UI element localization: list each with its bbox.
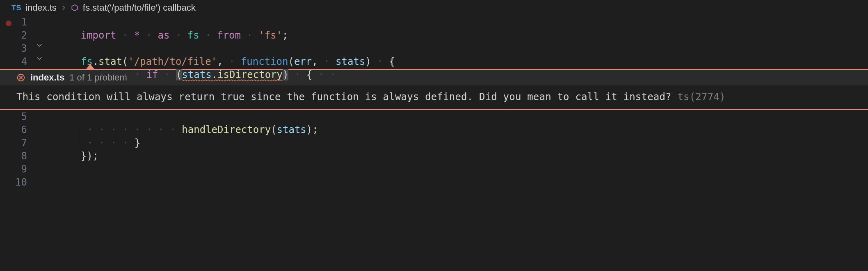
line-number: 1 <box>0 16 34 29</box>
symbol-method-icon <box>71 4 79 12</box>
breadcrumb-file[interactable]: index.ts <box>25 2 57 13</box>
editor[interactable]: 1 import · * · as · fs · from · 'fs'; 2 … <box>0 16 868 189</box>
error-squiggle[interactable]: stats.isDirectory <box>182 68 283 81</box>
code-line[interactable]: 10 <box>0 176 868 189</box>
error-pointer-icon <box>86 64 94 69</box>
line-number: 7 <box>0 136 34 149</box>
code-line[interactable]: 9 <box>0 163 868 176</box>
line-number: 3 <box>0 42 34 55</box>
paren-open-matched: ( <box>176 69 182 80</box>
code-line[interactable]: 8 <box>0 149 868 163</box>
whitespace-dot: · · · · <box>93 69 146 80</box>
line-number: 9 <box>0 163 34 176</box>
whitespace-dot: · <box>158 69 176 80</box>
line-number: 8 <box>0 149 34 163</box>
line-number: 2 <box>0 29 34 42</box>
line-number: 10 <box>0 176 34 189</box>
property-isDirectory: isDirectory <box>217 69 283 80</box>
keyword-if: if <box>146 69 158 80</box>
fold-chevron-down-icon[interactable] <box>34 42 45 48</box>
code-line[interactable]: 1 import · * · as · fs · from · 'fs'; <box>0 16 868 29</box>
line-number: 6 <box>0 123 34 136</box>
code-line[interactable]: 5 · · · · · · · · handleDirectory(stats)… <box>0 110 868 123</box>
line-number: 5 <box>0 110 34 123</box>
breadcrumb[interactable]: TS index.ts fs.stat('/path/to/file') cal… <box>0 0 868 16</box>
error-circle-icon <box>16 73 25 82</box>
brace-open: { <box>306 69 312 80</box>
fold-chevron-down-icon[interactable] <box>34 55 45 62</box>
problem-code: ts(2774) <box>677 91 725 103</box>
code-line[interactable]: 7 }); <box>0 136 868 149</box>
breadcrumb-symbol[interactable]: fs.stat('/path/to/file') callback <box>83 2 196 13</box>
code-line[interactable]: 6 · · · · } <box>0 123 868 136</box>
dot: . <box>212 69 217 80</box>
code-line[interactable]: 2 <box>0 29 868 42</box>
typescript-language-icon: TS <box>11 4 21 12</box>
chevron-right-icon <box>61 5 66 11</box>
line-number: 4 <box>0 55 34 68</box>
whitespace-dot: · <box>288 69 306 80</box>
identifier-stats: stats <box>182 69 211 80</box>
code-line[interactable]: 3 fs.stat('/path/to/file', · function(er… <box>0 42 868 55</box>
code-line-error[interactable]: 4 · · · · if · (stats.isDirectory) · { ·… <box>0 55 868 68</box>
whitespace-dot: · · <box>312 69 342 80</box>
paren-close-matched: ) <box>283 69 288 80</box>
